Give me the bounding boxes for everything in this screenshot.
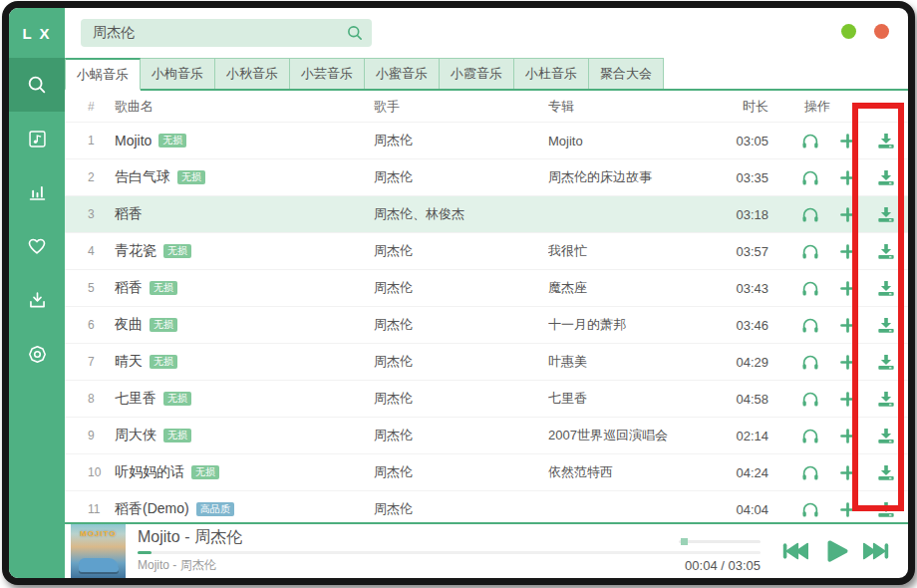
add-button[interactable] — [838, 242, 857, 261]
table-row[interactable]: 6 夜曲 无损 周杰伦 十一月的萧邦 03:46 — [65, 307, 908, 344]
download-icon — [27, 290, 48, 311]
progress-fill — [138, 551, 152, 554]
duration-cell: 04:24 — [723, 465, 768, 480]
tab-小蜜音乐[interactable]: 小蜜音乐 — [365, 58, 440, 89]
listen-button[interactable] — [800, 168, 819, 187]
search-icon — [26, 74, 48, 96]
table-row[interactable]: 5 稻香 无损 周杰伦 魔杰座 03:43 — [65, 270, 908, 307]
album-cell: 周杰伦的床边故事 — [548, 168, 723, 186]
listen-button[interactable] — [800, 132, 819, 150]
header-actions: 操作 — [768, 98, 908, 116]
download-button[interactable] — [876, 353, 895, 372]
duration-cell: 03:05 — [723, 134, 768, 148]
table-row[interactable]: 2 告白气球 无损 周杰伦 周杰伦的床边故事 03:35 — [65, 159, 908, 196]
volume-slider[interactable] — [679, 540, 761, 543]
listen-button[interactable] — [800, 316, 819, 335]
listen-button[interactable] — [800, 242, 819, 261]
previous-button[interactable] — [781, 540, 808, 562]
listen-button[interactable] — [800, 500, 819, 519]
row-number: 5 — [88, 281, 115, 295]
add-button[interactable] — [838, 390, 857, 409]
tab-聚合大会[interactable]: 聚合大会 — [589, 58, 664, 89]
progress-bar[interactable] — [138, 551, 761, 554]
add-button[interactable] — [838, 205, 857, 224]
table-row[interactable]: 4 青花瓷 无损 周杰伦 我很忙 03:57 — [65, 233, 908, 270]
table-row[interactable]: 3 稻香 周杰伦、林俊杰 03:18 — [65, 196, 908, 233]
table-row[interactable]: 11 稻香(Demo) 高品质 周杰伦 04:04 — [65, 491, 908, 522]
header-duration: 时长 — [723, 98, 768, 116]
table-row[interactable]: 9 周大侠 无损 周杰伦 2007世界巡回演唱会 02:14 — [65, 418, 908, 454]
album-cell: 2007世界巡回演唱会 — [548, 427, 723, 444]
add-button[interactable] — [838, 427, 857, 445]
quality-badge: 无损 — [158, 134, 186, 147]
download-button[interactable] — [876, 463, 895, 482]
sidebar-item-songlist[interactable] — [9, 112, 65, 165]
album-art-car — [79, 558, 119, 572]
tab-小霞音乐[interactable]: 小霞音乐 — [440, 58, 514, 89]
table-row[interactable]: 7 晴天 无损 周杰伦 叶惠美 04:29 — [65, 344, 908, 381]
listen-button[interactable] — [800, 353, 819, 372]
download-button[interactable] — [876, 132, 895, 150]
download-button[interactable] — [876, 205, 895, 224]
add-button[interactable] — [838, 353, 857, 372]
add-button[interactable] — [838, 500, 857, 519]
close-button[interactable] — [874, 24, 889, 39]
duration-cell: 03:18 — [723, 207, 768, 222]
tab-小枸音乐[interactable]: 小枸音乐 — [141, 58, 215, 89]
song-title: Mojito — [115, 133, 152, 148]
listen-button[interactable] — [800, 205, 819, 224]
album-cell: Mojito — [548, 134, 723, 148]
play-button[interactable] — [820, 536, 850, 566]
row-number: 11 — [88, 502, 115, 516]
header-name: 歌曲名 — [115, 98, 374, 116]
table-row[interactable]: 10 听妈妈的话 无损 周杰伦 依然范特西 04:24 — [65, 454, 908, 491]
listen-button[interactable] — [800, 279, 819, 298]
sidebar-item-favorites[interactable] — [9, 219, 65, 273]
artist-cell: 周杰伦 — [374, 427, 548, 444]
search-icon[interactable] — [346, 24, 364, 42]
search-input[interactable] — [91, 24, 346, 42]
table-row[interactable]: 1 Mojito 无损 周杰伦 Mojito 03:05 — [65, 123, 908, 159]
album-cell: 我很忙 — [548, 242, 723, 260]
add-button[interactable] — [838, 463, 857, 482]
artist-cell: 周杰伦 — [374, 242, 548, 260]
duration-cell: 04:58 — [723, 392, 768, 407]
album-cell: 叶惠美 — [548, 353, 723, 371]
tab-小蜗音乐[interactable]: 小蜗音乐 — [65, 58, 141, 91]
download-button[interactable] — [876, 279, 895, 298]
add-button[interactable] — [838, 316, 857, 335]
listen-button[interactable] — [800, 427, 819, 445]
listen-button[interactable] — [800, 463, 819, 482]
tab-小杜音乐[interactable]: 小杜音乐 — [514, 58, 589, 89]
download-button[interactable] — [876, 500, 895, 519]
listen-button[interactable] — [800, 390, 819, 409]
minimize-button[interactable] — [841, 24, 856, 39]
quality-badge: 高品质 — [196, 502, 234, 516]
sidebar — [9, 58, 65, 578]
add-button[interactable] — [838, 168, 857, 187]
sidebar-item-leaderboard[interactable] — [9, 165, 65, 219]
sidebar-item-download[interactable] — [9, 273, 65, 327]
artist-cell: 周杰伦 — [374, 500, 548, 518]
row-number: 8 — [88, 392, 115, 406]
download-button[interactable] — [876, 427, 895, 445]
artist-cell: 周杰伦 — [374, 390, 548, 408]
album-cell: 十一月的萧邦 — [548, 316, 723, 334]
quality-badge: 无损 — [150, 355, 177, 369]
sidebar-item-settings[interactable] — [9, 327, 65, 381]
add-button[interactable] — [838, 132, 857, 150]
album-art[interactable]: MOJITO — [71, 524, 126, 578]
download-button[interactable] — [876, 316, 895, 335]
download-button[interactable] — [876, 168, 895, 187]
table-row[interactable]: 8 七里香 无损 周杰伦 七里香 04:58 — [65, 381, 908, 418]
tab-小秋音乐[interactable]: 小秋音乐 — [215, 58, 290, 89]
time-display: 00:04 / 03:05 — [685, 558, 761, 573]
sidebar-item-search[interactable] — [9, 58, 65, 112]
volume-handle[interactable] — [681, 538, 688, 545]
search-bar[interactable] — [81, 19, 372, 47]
tab-小芸音乐[interactable]: 小芸音乐 — [290, 58, 365, 89]
download-button[interactable] — [876, 390, 895, 409]
download-button[interactable] — [876, 242, 895, 261]
add-button[interactable] — [838, 279, 857, 298]
next-button[interactable] — [863, 540, 890, 562]
